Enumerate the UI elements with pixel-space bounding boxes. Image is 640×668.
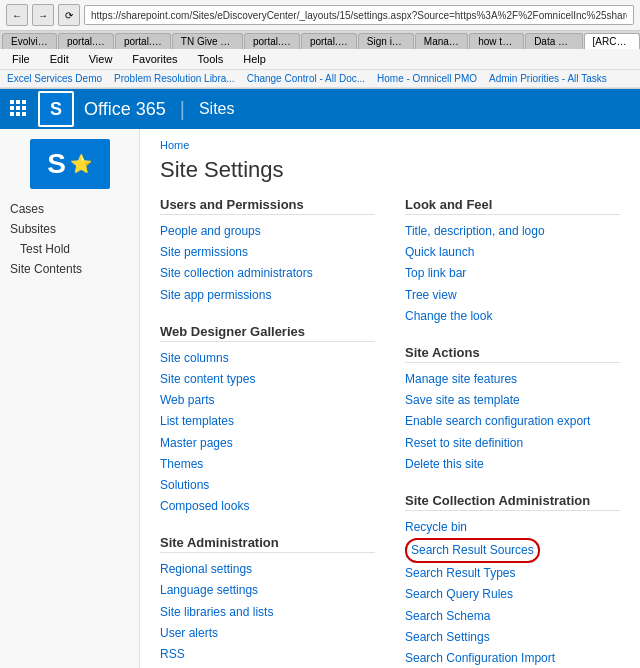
link-top-link-bar[interactable]: Top link bar xyxy=(405,263,620,284)
link-site-permissions[interactable]: Site permissions xyxy=(160,242,375,263)
section-users-permissions: Users and Permissions People and groups … xyxy=(160,197,375,306)
link-search-result-sources[interactable]: Search Result Sources xyxy=(405,538,540,563)
section-web-designer: Web Designer Galleries Site columns Site… xyxy=(160,324,375,518)
menu-favorites[interactable]: Favorites xyxy=(128,51,181,67)
section-title-collectionadmin: Site Collection Administration xyxy=(405,493,620,511)
menu-tools[interactable]: Tools xyxy=(194,51,228,67)
link-regional-settings[interactable]: Regional settings xyxy=(160,559,375,580)
left-column: Users and Permissions People and groups … xyxy=(160,197,375,668)
link-title-desc-logo[interactable]: Title, description, and logo xyxy=(405,221,620,242)
link-search-result-types[interactable]: Search Result Types xyxy=(405,563,620,584)
section-site-admin: Site Administration Regional settings La… xyxy=(160,535,375,668)
link-site-columns[interactable]: Site columns xyxy=(160,348,375,369)
forward-button[interactable]: → xyxy=(32,4,54,26)
address-bar[interactable] xyxy=(84,5,634,25)
bookmark-1[interactable]: Problem Resolution Libra... xyxy=(111,72,238,85)
main-content: Home Site Settings Users and Permissions… xyxy=(140,129,640,668)
link-manage-features[interactable]: Manage site features xyxy=(405,369,620,390)
sidebar-logo: S ⭐ xyxy=(30,139,110,189)
link-site-content-types[interactable]: Site content types xyxy=(160,369,375,390)
tab-2[interactable]: portal.o... xyxy=(115,33,171,49)
tab-3[interactable]: TN Give us... xyxy=(172,33,243,49)
app-name: Office 365 xyxy=(84,99,166,120)
sp-header: S Office 365 | Sites xyxy=(0,89,640,129)
link-delete-site[interactable]: Delete this site xyxy=(405,454,620,475)
section-title-webdesigner: Web Designer Galleries xyxy=(160,324,375,342)
sidebar: S ⭐ Cases Subsites Test Hold Site Conten… xyxy=(0,129,140,668)
back-button[interactable]: ← xyxy=(6,4,28,26)
link-quick-launch[interactable]: Quick launch xyxy=(405,242,620,263)
bookmark-3[interactable]: Home - Omnicell PMO xyxy=(374,72,480,85)
link-rss[interactable]: RSS xyxy=(160,644,375,665)
section-title-lookfeel: Look and Feel xyxy=(405,197,620,215)
section-title-siteadmin: Site Administration xyxy=(160,535,375,553)
sidebar-item-subsites[interactable]: Subsites xyxy=(10,219,129,239)
header-section: Sites xyxy=(199,100,235,118)
menu-view[interactable]: View xyxy=(85,51,117,67)
link-save-as-template[interactable]: Save site as template xyxy=(405,390,620,411)
tab-6[interactable]: Sign in ... xyxy=(358,33,414,49)
breadcrumb[interactable]: Home xyxy=(160,139,620,151)
tab-10[interactable]: [ARCHI... xyxy=(584,33,640,49)
link-recycle-bin[interactable]: Recycle bin xyxy=(405,517,620,538)
link-master-pages[interactable]: Master pages xyxy=(160,433,375,454)
browser-tabs: Evolvin... portal.o... portal.o... TN Gi… xyxy=(0,31,640,49)
link-site-collection-admins[interactable]: Site collection administrators xyxy=(160,263,375,284)
grid-icon[interactable] xyxy=(10,100,28,118)
menu-bar: File Edit View Favorites Tools Help xyxy=(0,49,640,70)
tab-1[interactable]: portal.o... xyxy=(58,33,114,49)
bookmarks-bar: Excel Services Demo Problem Resolution L… xyxy=(0,70,640,88)
link-site-app-permissions[interactable]: Site app permissions xyxy=(160,285,375,306)
menu-edit[interactable]: Edit xyxy=(46,51,73,67)
link-list-templates[interactable]: List templates xyxy=(160,411,375,432)
link-reset-site-def[interactable]: Reset to site definition xyxy=(405,433,620,454)
link-language-settings[interactable]: Language settings xyxy=(160,580,375,601)
link-search-schema[interactable]: Search Schema xyxy=(405,606,620,627)
menu-file[interactable]: File xyxy=(8,51,34,67)
bookmark-4[interactable]: Admin Priorities - All Tasks xyxy=(486,72,610,85)
tab-0[interactable]: Evolvin... xyxy=(2,33,57,49)
sidebar-item-cases[interactable]: Cases xyxy=(10,199,129,219)
tab-4[interactable]: portal.o... xyxy=(244,33,300,49)
section-site-actions: Site Actions Manage site features Save s… xyxy=(405,345,620,475)
right-column: Look and Feel Title, description, and lo… xyxy=(405,197,620,668)
bookmark-0[interactable]: Excel Services Demo xyxy=(4,72,105,85)
link-web-parts[interactable]: Web parts xyxy=(160,390,375,411)
sidebar-item-sitecontents[interactable]: Site Contents xyxy=(10,259,129,279)
sidebar-item-testhold[interactable]: Test Hold xyxy=(10,239,129,259)
link-search-settings[interactable]: Search Settings xyxy=(405,627,620,648)
section-look-feel: Look and Feel Title, description, and lo… xyxy=(405,197,620,327)
tab-8[interactable]: how to ... xyxy=(469,33,524,49)
link-search-config-import[interactable]: Search Configuration Import xyxy=(405,648,620,668)
link-composed-looks[interactable]: Composed looks xyxy=(160,496,375,517)
link-search-query-rules[interactable]: Search Query Rules xyxy=(405,584,620,605)
link-people-groups[interactable]: People and groups xyxy=(160,221,375,242)
link-tree-view[interactable]: Tree view xyxy=(405,285,620,306)
link-solutions[interactable]: Solutions xyxy=(160,475,375,496)
link-change-look[interactable]: Change the look xyxy=(405,306,620,327)
tab-5[interactable]: portal.o... xyxy=(301,33,357,49)
page-title: Site Settings xyxy=(160,157,620,183)
reload-button[interactable]: ⟳ xyxy=(58,4,80,26)
section-title-users: Users and Permissions xyxy=(160,197,375,215)
settings-grid: Users and Permissions People and groups … xyxy=(160,197,620,668)
link-site-libraries[interactable]: Site libraries and lists xyxy=(160,602,375,623)
tab-7[interactable]: Manag... xyxy=(415,33,468,49)
section-collection-admin: Site Collection Administration Recycle b… xyxy=(405,493,620,668)
menu-help[interactable]: Help xyxy=(239,51,270,67)
sp-logo: S xyxy=(38,91,74,127)
link-themes[interactable]: Themes xyxy=(160,454,375,475)
tab-9[interactable]: Data Lo... xyxy=(525,33,582,49)
link-user-alerts[interactable]: User alerts xyxy=(160,623,375,644)
link-enable-search-export[interactable]: Enable search configuration export xyxy=(405,411,620,432)
section-title-siteactions: Site Actions xyxy=(405,345,620,363)
sidebar-nav: Cases Subsites Test Hold Site Contents xyxy=(0,199,139,279)
bookmark-2[interactable]: Change Control - All Doc... xyxy=(244,72,368,85)
header-divider: | xyxy=(180,98,185,121)
